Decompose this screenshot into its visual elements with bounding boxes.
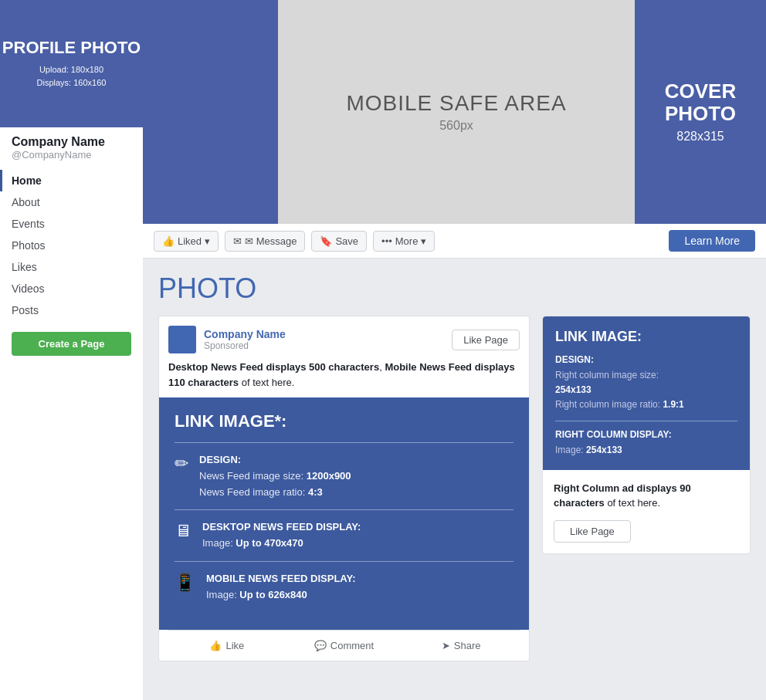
- link-image-design-row: ✏ DESIGN: News Feed image size: 1200x900…: [175, 442, 513, 509]
- more-label: More: [395, 235, 419, 247]
- liked-label: Liked: [178, 235, 202, 247]
- sidebar: PROFILE PHOTO Upload: 180x180 Displays: …: [0, 0, 143, 700]
- post-card: Company Name Sponsored Like Page Desktop…: [158, 316, 530, 661]
- message-button[interactable]: ✉ ✉ Message: [225, 231, 305, 252]
- desktop-image-size: Image: Up to 470x470: [202, 536, 361, 552]
- more-dots-icon: •••: [381, 235, 392, 247]
- right-card-design-label: DESIGN:: [555, 354, 737, 365]
- right-card-display-size: 254x133: [586, 445, 622, 455]
- nav-list: Home About Events Photos Likes Videos Po…: [0, 170, 143, 321]
- sidebar-item-photos[interactable]: Photos: [0, 235, 143, 256]
- right-card-ratio: Right column image ratio: 1.9:1: [555, 397, 737, 412]
- mobile-safe-label: MOBILE SAFE AREA: [346, 91, 566, 116]
- mobile-display-label: MOBILE NEWS FEED DISPLAY:: [206, 571, 356, 587]
- right-card-display-label: RIGHT COLUMN DISPLAY:: [555, 429, 737, 440]
- news-feed-ratio-value: 4:3: [308, 486, 323, 498]
- main-content: MOBILE SAFE AREA 560px COVER PHOTO 828x3…: [143, 0, 766, 700]
- cover-right: COVER PHOTO 828x315: [635, 0, 766, 224]
- cover-photo-label: COVER PHOTO: [635, 80, 766, 124]
- desktop-image-size-value: Up to 470x470: [236, 537, 303, 549]
- profile-photo-sub: Upload: 180x180 Displays: 160x160: [37, 63, 107, 89]
- like-action-icon: 👍: [209, 640, 222, 651]
- post-actions: 👍 Like 💬 Comment ➤ Share: [168, 630, 520, 661]
- right-card-body: Right Column ad displays 90 characters o…: [543, 470, 750, 553]
- cover-photo-size: 828x315: [676, 130, 724, 144]
- company-name-block: Company Name @CompanyName: [0, 127, 143, 165]
- profile-photo-box: PROFILE PHOTO Upload: 180x180 Displays: …: [0, 0, 143, 127]
- mobile-image-size-value: Up to 626x840: [239, 589, 307, 600]
- profile-photo-placeholder: [143, 0, 278, 224]
- comment-action-icon: 💬: [314, 640, 327, 651]
- like-action-label: Like: [225, 640, 244, 651]
- post-text: Desktop News Feed displays 500 character…: [159, 360, 529, 397]
- comment-action-label: Comment: [330, 640, 374, 651]
- right-card-size-label: Right column image size: 254x133: [555, 368, 737, 397]
- desktop-display-label: DESKTOP NEWS FEED DISPLAY:: [202, 519, 361, 536]
- sidebar-item-home[interactable]: Home: [0, 170, 143, 191]
- learn-more-button[interactable]: Learn More: [669, 230, 755, 252]
- link-image-desktop-row: 🖥 DESKTOP NEWS FEED DISPLAY: Image: Up t…: [175, 509, 513, 561]
- cover-area: MOBILE SAFE AREA 560px COVER PHOTO 828x3…: [143, 0, 766, 224]
- right-card-blue: LINK IMAGE: DESIGN: Right column image s…: [543, 316, 750, 470]
- photo-section: PHOTO Company Name Sponsored Like Page D…: [143, 259, 766, 669]
- message-icon: ✉: [233, 235, 242, 247]
- pencil-icon: ✏: [175, 454, 188, 474]
- right-like-page-button[interactable]: Like Page: [554, 520, 631, 543]
- right-card-body-rest: of text here.: [605, 497, 660, 509]
- link-image-mobile-info: MOBILE NEWS FEED DISPLAY: Image: Up to 6…: [206, 571, 356, 604]
- post-card-header: Company Name Sponsored Like Page: [159, 316, 529, 360]
- sidebar-item-likes[interactable]: Likes: [0, 256, 143, 278]
- post-company-name[interactable]: Company Name: [204, 328, 286, 340]
- news-feed-ratio: News Feed image ratio: 4:3: [199, 485, 351, 501]
- like-action-button[interactable]: 👍 Like: [168, 635, 286, 656]
- comment-action-button[interactable]: 💬 Comment: [286, 635, 403, 656]
- right-card-title: LINK IMAGE:: [555, 329, 737, 345]
- company-name: Company Name: [12, 135, 131, 149]
- link-image-design-info: DESIGN: News Feed image size: 1200x900 N…: [199, 452, 351, 500]
- post-text-bold1: Desktop News Feed displays 500 character…: [168, 361, 379, 373]
- post-like-page-button[interactable]: Like Page: [452, 330, 520, 350]
- save-button[interactable]: 🔖 Save: [311, 231, 367, 252]
- sidebar-item-videos[interactable]: Videos: [0, 278, 143, 299]
- post-avatar: [168, 326, 196, 353]
- link-image-title: LINK IMAGE*:: [175, 411, 513, 431]
- more-button[interactable]: ••• More ▾: [373, 231, 435, 252]
- right-card-display-image: Image: 254x133: [555, 443, 737, 458]
- save-icon: 🔖: [320, 235, 332, 247]
- right-card-size-value: 254x133: [555, 384, 591, 395]
- thumbs-up-icon: 👍: [162, 235, 175, 247]
- sidebar-item-events[interactable]: Events: [0, 213, 143, 235]
- message-label: ✉ Message: [245, 235, 297, 247]
- share-action-icon: ➤: [442, 640, 450, 651]
- company-handle: @CompanyName: [12, 149, 131, 161]
- design-label: DESIGN:: [199, 452, 351, 468]
- news-feed-size: News Feed image size: 1200x900: [199, 468, 351, 485]
- right-card-ratio-value: 1.9:1: [663, 399, 683, 410]
- link-image-desktop-info: DESKTOP NEWS FEED DISPLAY: Image: Up to …: [202, 519, 361, 552]
- cover-middle: MOBILE SAFE AREA 560px: [278, 0, 635, 224]
- link-image-mobile-row: 📱 MOBILE NEWS FEED DISPLAY: Image: Up to…: [175, 561, 513, 613]
- liked-chevron: ▾: [205, 235, 210, 247]
- link-image-box: LINK IMAGE*: ✏ DESIGN: News Feed image s…: [159, 397, 529, 630]
- sidebar-item-posts[interactable]: Posts: [0, 299, 143, 321]
- post-author-info: Company Name Sponsored: [204, 328, 286, 351]
- mobile-icon: 📱: [175, 573, 195, 593]
- desktop-icon: 🖥: [175, 521, 192, 541]
- right-card: LINK IMAGE: DESIGN: Right column image s…: [542, 316, 751, 554]
- create-page-button[interactable]: Create a Page: [12, 332, 131, 356]
- profile-photo-title: PROFILE PHOTO: [2, 39, 141, 57]
- more-chevron: ▾: [421, 235, 426, 247]
- mobile-safe-size: 560px: [439, 119, 473, 133]
- liked-button[interactable]: 👍 Liked ▾: [154, 231, 219, 252]
- sidebar-item-about[interactable]: About: [0, 191, 143, 213]
- action-bar: 👍 Liked ▾ ✉ ✉ Message 🔖 Save ••• More ▾ …: [143, 224, 766, 259]
- save-label: Save: [335, 235, 358, 247]
- share-action-button[interactable]: ➤ Share: [402, 635, 520, 656]
- mobile-image-size: Image: Up to 626x840: [206, 587, 356, 604]
- news-feed-size-value: 1200x900: [307, 470, 351, 482]
- post-sponsored: Sponsored: [204, 340, 286, 351]
- photo-heading: PHOTO: [158, 272, 751, 305]
- right-card-divider: [555, 421, 737, 421]
- share-action-label: Share: [454, 640, 481, 651]
- cards-row: Company Name Sponsored Like Page Desktop…: [158, 316, 751, 661]
